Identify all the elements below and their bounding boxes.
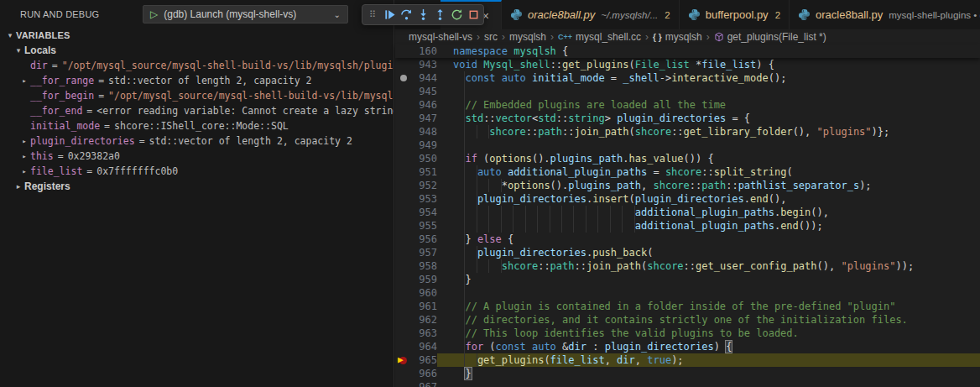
breakpoint-gutter[interactable] — [395, 112, 414, 125]
breakpoint-gutter[interactable] — [395, 206, 414, 219]
breakpoint-gutter[interactable] — [395, 367, 414, 380]
code-line-951[interactable]: 951auto additional_plugin_paths = shcore… — [395, 165, 980, 179]
breakpoint-gutter[interactable] — [395, 98, 414, 112]
breadcrumb-item-2[interactable]: src — [484, 31, 498, 43]
code-text[interactable] — [437, 286, 980, 300]
breakpoint-gutter[interactable] — [395, 353, 414, 367]
line-number[interactable]: 943 — [414, 58, 437, 71]
step-into-button[interactable] — [414, 6, 431, 24]
code-text[interactable]: // directories, and it contains strictly… — [437, 313, 980, 327]
code-line-950[interactable]: 950if (options().plugins_path.has_value(… — [395, 152, 980, 165]
code-line-962[interactable]: 962// directories, and it contains stric… — [395, 313, 980, 327]
code-text[interactable] — [437, 380, 980, 387]
breakpoint-gutter[interactable] — [395, 300, 414, 313]
breakpoint-gutter[interactable] — [395, 259, 414, 273]
code-line-959[interactable]: 959} — [395, 273, 980, 286]
variable-row-dir[interactable]: dir="/opt/mysql_source/mysql-shell-build… — [0, 58, 394, 73]
code-line-949[interactable]: 949 — [395, 139, 980, 152]
code-text[interactable]: for (const auto &dir : plugin_directorie… — [437, 340, 980, 353]
line-number[interactable]: 947 — [414, 112, 437, 125]
line-number[interactable]: 945 — [414, 85, 437, 98]
breakpoint-gutter[interactable] — [395, 58, 414, 71]
line-number[interactable]: 963 — [414, 327, 437, 340]
code-line-965[interactable]: 965get_plugins(file_list, dir, true); — [395, 353, 980, 367]
chevron-right-icon[interactable]: ▸ — [18, 76, 30, 85]
chevron-right-icon[interactable]: ▸ — [18, 152, 30, 160]
code-text[interactable]: additional_plugin_paths.end()); — [437, 219, 980, 233]
breakpoint-gutter[interactable] — [395, 179, 414, 192]
chevron-down-icon[interactable]: ▾ — [4, 31, 16, 39]
code-text[interactable]: // This loop identifies the valid plugin… — [437, 327, 980, 340]
code-line-954[interactable]: 954additional_plugin_paths.begin(), — [395, 206, 980, 219]
code-line-960[interactable]: 960 — [395, 286, 980, 300]
code-line-961[interactable]: 961// A plugin is contained in a folder … — [395, 300, 980, 313]
line-number[interactable]: 967 — [414, 380, 437, 387]
breakpoint-gutter[interactable] — [395, 273, 414, 286]
drag-handle[interactable]: ⠿ — [364, 6, 381, 24]
code-line-964[interactable]: 964for (const auto &dir : plugin_directo… — [395, 340, 980, 353]
step-over-button[interactable] — [398, 6, 414, 24]
line-number[interactable]: 946 — [414, 98, 437, 112]
code-line-953[interactable]: 953plugin_directories.insert(plugin_dire… — [395, 192, 980, 206]
line-number[interactable]: 955 — [414, 219, 437, 233]
variables-section-header[interactable]: ▾ VARIABLES — [0, 28, 394, 43]
breakpoint-gutter[interactable] — [395, 44, 414, 58]
code-text[interactable]: } — [437, 273, 980, 286]
breadcrumb-item-1[interactable]: mysql-shell-vs — [409, 31, 472, 43]
code-text[interactable]: auto additional_plugin_paths = shcore::s… — [437, 165, 980, 179]
breakpoint-gutter[interactable] — [395, 313, 414, 327]
breakpoint-gutter[interactable] — [395, 246, 414, 259]
stop-button[interactable] — [465, 6, 482, 24]
code-text[interactable]: plugin_directories.insert(plugin_directo… — [437, 192, 980, 206]
breakpoint-gutter[interactable] — [395, 85, 414, 98]
code-text[interactable]: plugin_directories.push_back( — [437, 246, 980, 259]
tab-oracle8ball.py[interactable]: oracle8ball.pymysql-shell-plugins • demo… — [790, 0, 980, 29]
chevron-right-icon[interactable]: ▸ — [13, 182, 24, 191]
line-number[interactable]: 956 — [414, 233, 437, 246]
code-line-943[interactable]: 943void Mysql_shell::get_plugins(File_li… — [395, 58, 980, 71]
chevron-right-icon[interactable]: ▸ — [18, 167, 30, 175]
variable-row-__for_range[interactable]: ▸__for_range=std::vector of length 2, ca… — [0, 73, 394, 88]
line-number[interactable]: 960 — [414, 286, 437, 300]
code-text[interactable]: get_plugins(file_list, dir, true); — [437, 353, 980, 367]
code-line-966[interactable]: 966} — [395, 367, 980, 380]
line-number[interactable]: 949 — [414, 139, 437, 152]
code-line-963[interactable]: 963// This loop identifies the valid plu… — [395, 327, 980, 340]
breakpoint-gutter[interactable] — [395, 71, 414, 85]
line-number[interactable]: 958 — [414, 259, 437, 273]
code-line-160[interactable]: 160namespace mysqlsh { — [395, 44, 980, 58]
variable-row-file_list[interactable]: ▸file_list=0x7fffffffc0b0 — [0, 164, 394, 179]
breadcrumb-item-3[interactable]: mysqlsh — [509, 31, 546, 43]
code-line-955[interactable]: 955additional_plugin_paths.end()); — [395, 219, 980, 233]
line-number[interactable]: 952 — [414, 179, 437, 192]
step-out-button[interactable] — [431, 6, 448, 24]
code-line-944[interactable]: 944const auto initial_mode = _shell->int… — [395, 71, 980, 85]
breakpoint-gutter[interactable] — [395, 152, 414, 165]
line-number[interactable]: 965 — [414, 353, 437, 367]
line-number[interactable]: 962 — [414, 313, 437, 327]
code-line-946[interactable]: 946// Embedded plugins are loaded all th… — [395, 98, 980, 112]
code-text[interactable]: shcore::path::join_path(shcore::get_libr… — [437, 125, 980, 139]
code-text[interactable]: const auto initial_mode = _shell->intera… — [437, 71, 980, 85]
code-line-945[interactable]: 945 — [395, 85, 980, 98]
launch-config-dropdown[interactable]: ▷ (gdb) Launch (mysql-shell-vs) ⌄ — [143, 5, 348, 24]
code-text[interactable]: namespace mysqlsh { — [437, 44, 980, 58]
code-text[interactable]: std::vector<std::string> plugin_director… — [437, 112, 980, 125]
code-line-947[interactable]: 947std::vector<std::string> plugin_direc… — [395, 112, 980, 125]
breakpoint-icon[interactable] — [400, 75, 407, 81]
variable-row-initial_mode[interactable]: initial_mode=shcore::IShell_core::Mode::… — [0, 118, 394, 133]
tab-oracle8ball.py[interactable]: oracle8ball.py~/.mysqlsh/...2 — [502, 0, 680, 29]
continue-button[interactable] — [381, 6, 398, 24]
line-number[interactable]: 160 — [414, 44, 437, 58]
variable-row-plugin_directories[interactable]: ▸plugin_directories=std::vector of lengt… — [0, 133, 394, 149]
line-number[interactable]: 951 — [414, 165, 437, 179]
line-number[interactable]: 950 — [414, 152, 437, 165]
code-text[interactable]: if (options().plugins_path.has_value()) … — [437, 152, 980, 165]
code-text[interactable]: // Embedded plugins are loaded all the t… — [437, 98, 980, 112]
breadcrumb-item-4[interactable]: C++mysql_shell.cc — [558, 31, 641, 43]
chevron-down-icon[interactable]: ▾ — [13, 46, 24, 55]
code-line-957[interactable]: 957plugin_directories.push_back( — [395, 246, 980, 259]
scope-row-locals[interactable]: ▾Locals — [0, 43, 394, 58]
code-editor[interactable]: 160namespace mysqlsh {943void Mysql_shel… — [395, 44, 980, 387]
line-number[interactable]: 954 — [414, 206, 437, 219]
